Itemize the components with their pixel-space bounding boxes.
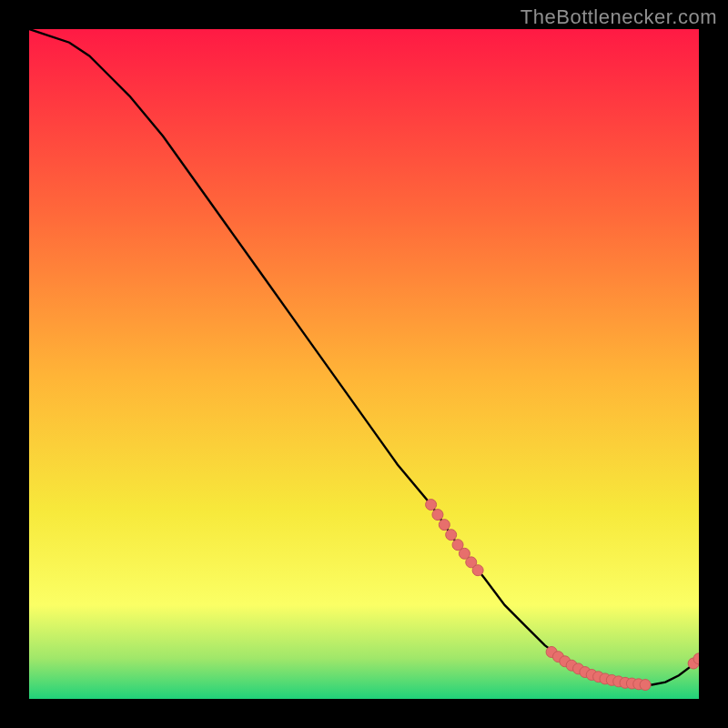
bottleneck-chart: [29, 29, 699, 699]
data-marker: [432, 510, 443, 521]
data-marker: [446, 530, 457, 541]
data-marker: [640, 680, 651, 691]
data-marker: [439, 520, 450, 531]
chart-background-gradient: [29, 29, 699, 699]
attribution-label: TheBottlenecker.com: [521, 5, 717, 29]
data-marker: [472, 565, 483, 576]
data-marker: [426, 500, 437, 511]
